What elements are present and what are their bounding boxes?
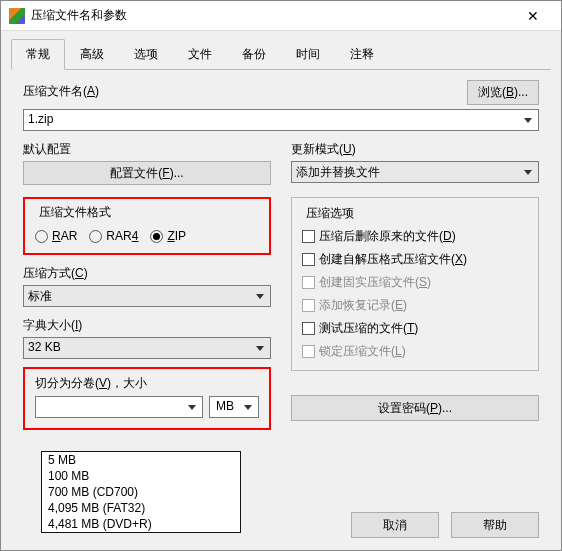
tab-advanced[interactable]: 高级 bbox=[65, 39, 119, 69]
volume-option[interactable]: 5 MB bbox=[42, 452, 240, 468]
compression-options-group: 压缩选项 压缩后删除原来的文件(D) 创建自解压格式压缩文件(X) 创建固实压缩… bbox=[291, 197, 539, 371]
default-profile-label: 默认配置 bbox=[23, 141, 271, 158]
volume-label: 切分为分卷(V)，大小 bbox=[35, 375, 259, 392]
volume-option[interactable]: 4,095 MB (FAT32) bbox=[42, 500, 240, 516]
format-title: 压缩文件格式 bbox=[35, 204, 115, 221]
radio-rar4[interactable]: RAR4 bbox=[89, 229, 138, 243]
archive-name-input[interactable]: 1.zip bbox=[23, 109, 539, 131]
app-icon bbox=[9, 8, 25, 24]
chk-solid: 创建固实压缩文件(S) bbox=[302, 274, 528, 291]
volume-option[interactable]: 700 MB (CD700) bbox=[42, 484, 240, 500]
profiles-button[interactable]: 配置文件(F)... bbox=[23, 161, 271, 185]
dict-label: 字典大小(I) bbox=[23, 317, 271, 334]
method-label: 压缩方式(C) bbox=[23, 265, 271, 282]
chk-recovery: 添加恢复记录(E) bbox=[302, 297, 528, 314]
volume-option[interactable]: 100 MB bbox=[42, 468, 240, 484]
tab-options[interactable]: 选项 bbox=[119, 39, 173, 69]
browse-button[interactable]: 浏览(B)... bbox=[467, 80, 539, 105]
set-password-button[interactable]: 设置密码(P)... bbox=[291, 395, 539, 421]
volume-size-combo[interactable] bbox=[35, 396, 203, 418]
window-title: 压缩文件名和参数 bbox=[31, 7, 513, 24]
archive-name-label: 压缩文件名(A) bbox=[23, 83, 99, 100]
chk-delete-after[interactable]: 压缩后删除原来的文件(D) bbox=[302, 228, 528, 245]
tab-content: 压缩文件名(A) 浏览(B)... 1.zip 默认配置 配置文件(F)... … bbox=[1, 70, 561, 430]
format-highlight: 压缩文件格式 RAR RAR4 ZIP bbox=[23, 197, 271, 255]
dialog-window: 压缩文件名和参数 ✕ 常规 高级 选项 文件 备份 时间 注释 压缩文件名(A)… bbox=[0, 0, 562, 551]
help-button[interactable]: 帮助 bbox=[451, 512, 539, 538]
update-mode-label: 更新模式(U) bbox=[291, 141, 539, 158]
volume-unit-select[interactable]: MB bbox=[209, 396, 259, 418]
cancel-button[interactable]: 取消 bbox=[351, 512, 439, 538]
compression-options-title: 压缩选项 bbox=[302, 205, 358, 222]
volume-option[interactable]: 4,481 MB (DVD+R) bbox=[42, 516, 240, 532]
update-mode-select[interactable]: 添加并替换文件 bbox=[291, 161, 539, 183]
tab-general[interactable]: 常规 bbox=[11, 39, 65, 70]
dict-select[interactable]: 32 KB bbox=[23, 337, 271, 359]
chk-sfx[interactable]: 创建自解压格式压缩文件(X) bbox=[302, 251, 528, 268]
volume-highlight: 切分为分卷(V)，大小 MB bbox=[23, 367, 271, 430]
volume-dropdown-list[interactable]: 5 MB 100 MB 700 MB (CD700) 4,095 MB (FAT… bbox=[41, 451, 241, 533]
tab-time[interactable]: 时间 bbox=[281, 39, 335, 69]
tab-files[interactable]: 文件 bbox=[173, 39, 227, 69]
tab-backup[interactable]: 备份 bbox=[227, 39, 281, 69]
radio-zip[interactable]: ZIP bbox=[150, 229, 186, 243]
radio-rar[interactable]: RAR bbox=[35, 229, 77, 243]
chk-lock: 锁定压缩文件(L) bbox=[302, 343, 528, 360]
tab-comment[interactable]: 注释 bbox=[335, 39, 389, 69]
close-icon[interactable]: ✕ bbox=[513, 4, 553, 28]
titlebar: 压缩文件名和参数 ✕ bbox=[1, 1, 561, 31]
method-select[interactable]: 标准 bbox=[23, 285, 271, 307]
chk-test[interactable]: 测试压缩的文件(T) bbox=[302, 320, 528, 337]
tab-bar: 常规 高级 选项 文件 备份 时间 注释 bbox=[11, 39, 551, 70]
